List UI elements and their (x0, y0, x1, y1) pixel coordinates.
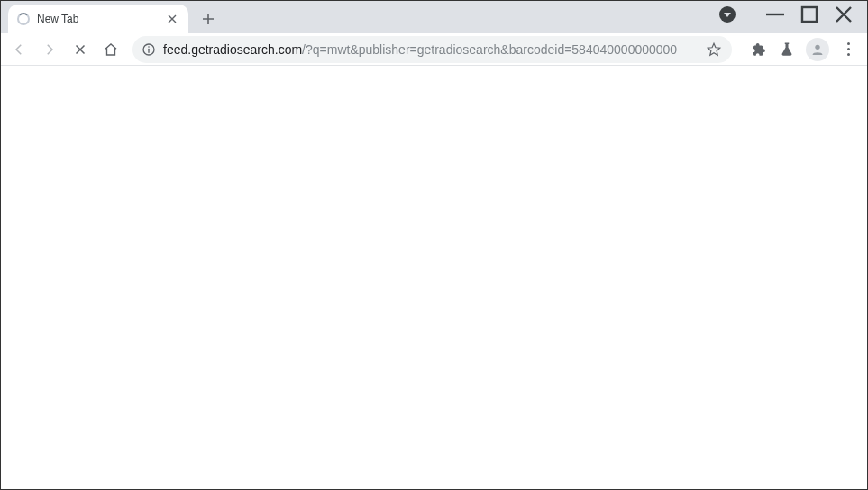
labs-flask-icon[interactable] (777, 40, 797, 59)
loading-spinner-icon (17, 13, 30, 25)
url-path: /?q=mwt&publisher=getradiosearch&barcode… (302, 42, 677, 57)
window-controls (710, 1, 863, 28)
profile-avatar-button[interactable] (806, 38, 829, 61)
software-badge-icon[interactable] (719, 6, 736, 23)
address-bar[interactable]: feed.getradiosearch.com/?q=mwt&publisher… (132, 36, 732, 63)
bookmark-star-button[interactable] (705, 41, 723, 59)
stop-reload-button[interactable] (68, 37, 93, 62)
window-minimize-button[interactable] (764, 4, 786, 25)
toolbar-right (741, 38, 862, 61)
window-maximize-button[interactable] (799, 4, 820, 25)
home-button[interactable] (98, 37, 123, 62)
forward-button[interactable] (37, 37, 62, 62)
svg-point-4 (815, 44, 819, 49)
chrome-menu-button[interactable] (838, 42, 858, 56)
back-button[interactable] (6, 37, 32, 62)
page-content (1, 66, 867, 489)
browser-tab[interactable]: New Tab (8, 5, 188, 33)
url-host: feed.getradiosearch.com (163, 42, 302, 57)
toolbar: feed.getradiosearch.com/?q=mwt&publisher… (1, 33, 867, 66)
new-tab-button[interactable] (196, 6, 221, 32)
site-info-icon[interactable] (142, 42, 156, 57)
tab-title: New Tab (37, 13, 165, 25)
titlebar: New Tab (1, 1, 867, 33)
svg-rect-0 (802, 7, 817, 22)
url-text: feed.getradiosearch.com/?q=mwt&publisher… (163, 42, 698, 57)
tab-close-button[interactable] (165, 12, 179, 26)
window-close-button[interactable] (833, 4, 854, 25)
extensions-button[interactable] (748, 40, 768, 59)
